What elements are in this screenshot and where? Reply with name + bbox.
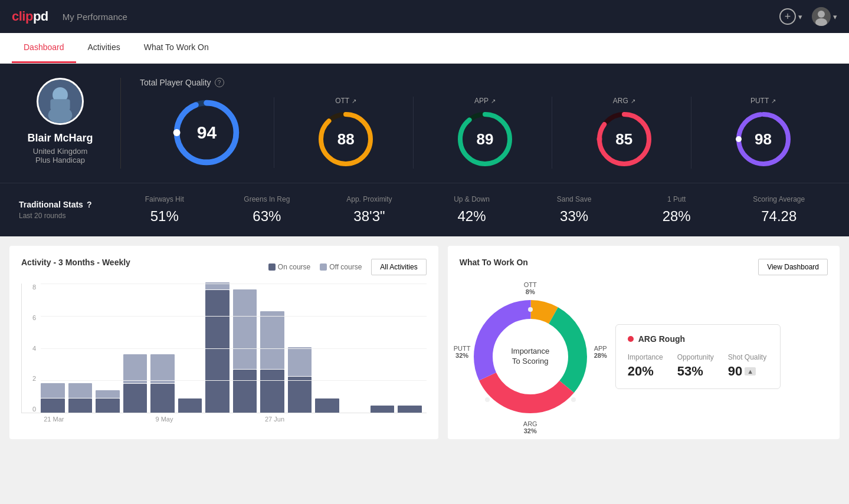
shot-quality-label: Shot Quality — [728, 353, 766, 361]
up-down-stat: Up & Down 42% — [421, 195, 523, 225]
add-button[interactable]: + ▾ — [779, 8, 802, 25]
off-course-bar-2 — [96, 390, 120, 397]
trad-stats-row: Fairways Hit 51% Greens In Reg 63% App. … — [113, 195, 830, 225]
app-circle: 89 — [455, 110, 514, 169]
legend-on-course: On course — [268, 263, 310, 271]
x-label-blank6 — [233, 416, 261, 423]
arg-rough-card: ARG Rough Importance 20% Opportunity 53%… — [615, 324, 781, 389]
arrow-icon: ↗ — [771, 98, 776, 104]
on-course-bar-7 — [233, 370, 257, 413]
activity-chart-panel: Activity - 3 Months - Weekly On course O… — [9, 246, 438, 439]
arg-label: ARG ↗ — [613, 97, 635, 105]
x-label-9may: 9 May — [150, 416, 178, 423]
putt-donut-label: PUTT 32% — [454, 345, 471, 359]
bar-group-10 — [315, 398, 339, 413]
arg-donut-label: ARG 32% — [523, 420, 537, 434]
fairways-hit-stat: Fairways Hit 51% — [113, 195, 216, 225]
trad-stats-subtitle: Last 20 rounds — [19, 212, 113, 220]
on-course-dot — [268, 263, 276, 271]
logo-area: clippd My Performance — [12, 9, 127, 24]
header-actions: + ▾ ▾ — [779, 7, 837, 26]
bar-group-3 — [123, 354, 147, 413]
off-course-bar-7 — [233, 289, 257, 368]
tab-dashboard[interactable]: Dashboard — [12, 33, 76, 63]
importance-metric: Importance 20% — [628, 353, 663, 379]
up-down-label: Up & Down — [421, 195, 523, 203]
chart-title: Activity - 3 Months - Weekly — [21, 258, 130, 267]
tab-what-to-work-on[interactable]: What To Work On — [132, 33, 221, 63]
x-label-blank7 — [289, 416, 316, 423]
wtwo-content: Importance To Scoring OTT 8% APP 28% ARG… — [460, 286, 828, 427]
arg-rough-metrics: Importance 20% Opportunity 53% Shot Qual… — [628, 353, 768, 379]
tabs-nav: Dashboard Activities What To Work On — [0, 33, 849, 64]
bar-group-13 — [398, 406, 422, 413]
chart-wrapper: 8 6 4 2 0 21 Mar 9 May — [21, 284, 427, 423]
on-course-bar-12 — [371, 406, 395, 413]
bar-group-8 — [260, 311, 284, 413]
y-label-6: 6 — [22, 314, 36, 321]
bar-group-0 — [41, 383, 65, 413]
scoring-avg-label: Scoring Average — [727, 195, 830, 203]
trad-stats-title: Traditional Stats ? — [19, 200, 113, 209]
one-putt-stat: 1 Putt 28% — [625, 195, 728, 225]
tab-activities[interactable]: Activities — [76, 33, 132, 63]
chart-header: Activity - 3 Months - Weekly On course O… — [21, 258, 427, 276]
app-proximity-value: 38'3" — [318, 208, 421, 225]
one-putt-label: 1 Putt — [625, 195, 728, 203]
fairways-hit-label: Fairways Hit — [113, 195, 216, 203]
bottom-row: Activity - 3 Months - Weekly On course O… — [0, 236, 849, 449]
chart-area: 8 6 4 2 0 — [21, 284, 427, 413]
x-label-27jun: 27 Jun — [261, 416, 289, 423]
add-circle-icon: + — [779, 8, 796, 25]
scoring-avg-value: 74.28 — [727, 208, 830, 225]
on-course-bar-9 — [288, 377, 312, 413]
x-label-blank3 — [123, 416, 150, 423]
svg-point-18 — [736, 136, 742, 142]
opportunity-label: Opportunity — [677, 353, 714, 361]
app-proximity-stat: App. Proximity 38'3" — [318, 195, 421, 225]
tpq-value: 94 — [197, 123, 217, 143]
header: clippd My Performance + ▾ ▾ — [0, 0, 849, 33]
arrow-icon: ↗ — [631, 98, 635, 104]
all-activities-button[interactable]: All Activities — [371, 259, 426, 275]
x-label-blank2 — [96, 416, 123, 423]
on-course-bar-2 — [96, 398, 120, 413]
view-dashboard-button[interactable]: View Dashboard — [758, 259, 828, 275]
on-course-bar-8 — [260, 370, 284, 413]
putt-circle: 98 — [734, 110, 793, 169]
bar-group-7 — [233, 289, 257, 413]
chevron-down-icon: ▾ — [833, 12, 837, 21]
donut-center: Importance To Scoring — [511, 347, 549, 367]
sand-save-value: 33% — [523, 208, 625, 225]
ott-metric: OTT ↗ 88 — [279, 97, 414, 169]
grid-line-2 — [41, 380, 427, 381]
app-donut-label: APP 28% — [594, 345, 607, 359]
grid-line-6 — [41, 316, 427, 317]
putt-metric: PUTT ↗ 98 — [696, 97, 830, 169]
on-course-bar-5 — [178, 398, 202, 413]
bar-group-12 — [371, 406, 395, 413]
player-handicap: Plus Handicap — [35, 156, 85, 164]
opportunity-value: 53% — [677, 364, 714, 379]
app-value: 89 — [477, 130, 494, 149]
y-label-0: 0 — [22, 406, 36, 413]
x-label-blank5 — [206, 416, 234, 423]
arg-value: 85 — [615, 130, 632, 149]
bar-group-6 — [205, 282, 230, 413]
arg-circle: 85 — [595, 110, 654, 169]
putt-value: 98 — [755, 130, 772, 149]
arrow-icon: ↗ — [491, 98, 496, 104]
bar-group-4 — [150, 354, 175, 413]
ott-circle: 88 — [316, 110, 375, 169]
avatar — [37, 78, 84, 125]
metrics-section: Total Player Quality ? 94 — [120, 78, 830, 169]
info-icon: ? — [215, 78, 224, 87]
off-course-bar-0 — [41, 383, 65, 397]
arg-rough-title: ARG Rough — [628, 334, 768, 344]
on-course-bar-13 — [398, 406, 422, 413]
fairways-hit-value: 51% — [113, 208, 216, 225]
on-course-bar-1 — [68, 398, 93, 413]
bar-group-1 — [68, 383, 93, 413]
banner-inner: Blair McHarg United Kingdom Plus Handica… — [19, 78, 830, 169]
profile-button[interactable]: ▾ — [812, 7, 837, 26]
